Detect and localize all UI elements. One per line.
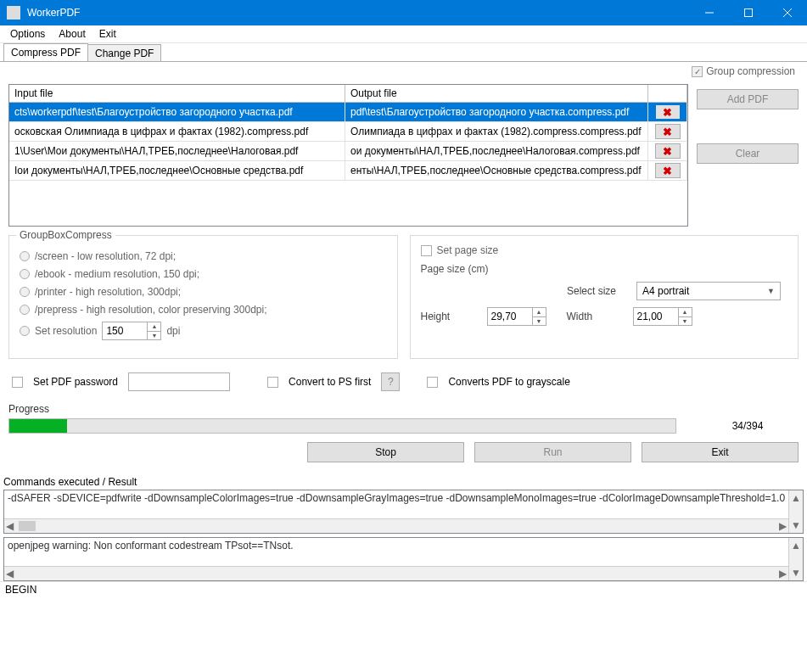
- tab-change-pdf[interactable]: Change PDF: [87, 44, 161, 62]
- table-row[interactable]: Iои документы\НАЛ,ТРЕБ,последнее\Основны…: [9, 161, 687, 181]
- groupbox-pagesize: Set page size Page size (cm) Select size…: [410, 235, 799, 359]
- run-button[interactable]: Run: [474, 442, 631, 462]
- width-input[interactable]: [634, 308, 678, 325]
- col-delete: [648, 85, 687, 103]
- close-button[interactable]: [768, 0, 807, 25]
- progress-bar: [8, 418, 676, 434]
- files-table[interactable]: Input file Output file cts\workerpdf\tes…: [8, 84, 688, 227]
- table-row[interactable]: cts\workerpdf\test\Благоустройство загор…: [9, 103, 687, 122]
- minimize-button[interactable]: [690, 0, 729, 25]
- result-textbox[interactable]: openjpeg warning: Non conformant codestr…: [3, 537, 804, 581]
- spin-down-icon[interactable]: ▼: [533, 317, 546, 326]
- window-title: WorkerPDF: [27, 7, 690, 19]
- tab-compress-pdf[interactable]: Compress PDF: [3, 43, 88, 61]
- spin-up-icon[interactable]: ▲: [679, 308, 692, 317]
- scroll-right-icon: ▶: [779, 568, 787, 580]
- scrollbar-vertical[interactable]: ▲▼: [788, 538, 803, 580]
- page-size-select[interactable]: A4 portrait ▼: [636, 282, 781, 300]
- scroll-down-icon: ▼: [791, 519, 801, 531]
- app-icon: [7, 6, 20, 20]
- convert-ps-help-button[interactable]: ?: [381, 372, 400, 391]
- group-compression-option: ✓ Group compression: [692, 65, 795, 77]
- stop-button[interactable]: Stop: [307, 442, 464, 462]
- progress-text: 34/394: [697, 420, 799, 432]
- spin-up-icon[interactable]: ▲: [148, 322, 160, 332]
- maximize-button[interactable]: [729, 0, 768, 25]
- radio-ebook[interactable]: [20, 269, 30, 279]
- delete-row-button[interactable]: ✖: [655, 163, 681, 178]
- group-compression-label: Group compression: [706, 65, 795, 77]
- groupbox-compress: GroupBoxCompress /screen - low resolutio…: [8, 235, 398, 359]
- clear-button[interactable]: Clear: [697, 143, 799, 164]
- height-label: Height: [421, 311, 467, 322]
- width-label: Width: [567, 311, 613, 322]
- scroll-up-icon: ▲: [791, 492, 801, 504]
- group-compression-checkbox[interactable]: ✓: [692, 66, 703, 77]
- scroll-left-icon: ◀: [6, 520, 14, 532]
- status-bar: BEGIN: [0, 581, 807, 597]
- height-spinner[interactable]: ▲▼: [487, 307, 546, 326]
- svg-rect-0: [745, 9, 753, 17]
- scrollbar-horizontal[interactable]: ◀▶: [4, 566, 788, 580]
- select-size-label: Select size: [567, 285, 616, 297]
- progress-fill: [9, 419, 67, 433]
- menu-about[interactable]: About: [52, 26, 92, 42]
- scroll-up-icon: ▲: [791, 540, 801, 552]
- col-input-file[interactable]: Input file: [9, 85, 345, 103]
- col-output-file[interactable]: Output file: [345, 85, 648, 103]
- add-pdf-button[interactable]: Add PDF: [697, 89, 799, 109]
- table-row[interactable]: 1\User\Мои документы\НАЛ,ТРЕБ,последнее\…: [9, 142, 687, 161]
- grayscale-checkbox[interactable]: [427, 377, 438, 388]
- exit-button[interactable]: Exit: [642, 442, 799, 462]
- menu-exit[interactable]: Exit: [92, 26, 123, 42]
- height-input[interactable]: [488, 308, 532, 325]
- width-spinner[interactable]: ▲▼: [633, 307, 692, 326]
- commands-textbox[interactable]: -dSAFER -sDEVICE=pdfwrite -dDownsampleCo…: [3, 490, 804, 534]
- radio-printer[interactable]: [20, 287, 30, 297]
- delete-row-button[interactable]: ✖: [655, 104, 681, 120]
- set-pdf-password-checkbox[interactable]: [12, 377, 23, 388]
- scrollbar-vertical[interactable]: ▲▼: [788, 490, 803, 533]
- menubar: Options About Exit: [0, 25, 807, 43]
- scroll-down-icon: ▼: [791, 567, 801, 579]
- tab-strip: Compress PDF Change PDF: [0, 43, 807, 61]
- convert-to-ps-checkbox[interactable]: [267, 377, 278, 388]
- delete-row-button[interactable]: ✖: [655, 124, 681, 139]
- page-size-section-label: Page size (cm): [421, 263, 788, 275]
- menu-options[interactable]: Options: [3, 26, 52, 42]
- set-page-size-checkbox[interactable]: [421, 245, 432, 256]
- spin-up-icon[interactable]: ▲: [533, 308, 546, 317]
- chevron-down-icon: ▼: [767, 287, 775, 295]
- scroll-left-icon: ◀: [6, 568, 14, 580]
- resolution-input[interactable]: [103, 322, 147, 339]
- options-row: Set PDF password Convert to PS first ? C…: [8, 367, 799, 396]
- spin-down-icon[interactable]: ▼: [679, 317, 692, 326]
- progress-label: Progress: [8, 403, 799, 415]
- radio-screen[interactable]: [20, 251, 30, 261]
- radio-set-resolution[interactable]: [20, 326, 30, 336]
- table-row[interactable]: осковская Олимпиада в цифрах и фактах (1…: [9, 122, 687, 142]
- scrollbar-horizontal[interactable]: ◀▶: [4, 518, 788, 533]
- radio-prepress[interactable]: [20, 305, 30, 315]
- window-titlebar: WorkerPDF: [0, 0, 807, 25]
- groupbox-compress-legend: GroupBoxCompress: [16, 229, 115, 241]
- delete-row-button[interactable]: ✖: [655, 143, 681, 159]
- pdf-password-input[interactable]: [128, 372, 230, 391]
- resolution-spinner[interactable]: ▲▼: [102, 322, 161, 340]
- tab-panel-compress: ✓ Group compression Input file Output fi…: [0, 61, 807, 469]
- spin-down-icon[interactable]: ▼: [148, 332, 160, 340]
- scroll-right-icon: ▶: [779, 520, 787, 532]
- commands-label: Commands executed / Result: [3, 476, 804, 488]
